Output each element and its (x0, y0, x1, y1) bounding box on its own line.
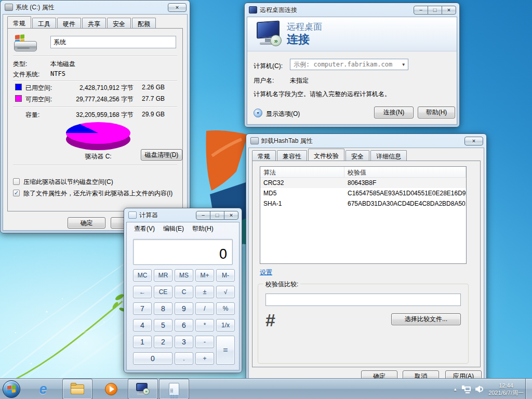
speaker-icon[interactable] (475, 385, 484, 393)
close-icon[interactable]: × (168, 3, 187, 12)
tab-general[interactable]: 常规 (252, 150, 276, 161)
close-icon[interactable]: × (464, 137, 483, 145)
maximize-icon[interactable]: □ (210, 211, 224, 220)
key-mc[interactable]: MC (133, 269, 152, 282)
hash-row[interactable]: SHA-1 675ABD31DA30ACD4DE4C8DA2BD8A501E3.… (260, 198, 466, 209)
tab-quota[interactable]: 配额 (132, 18, 156, 28)
taskbar-internet-explorer-button[interactable]: e (30, 379, 56, 399)
menu-view[interactable]: 查看(V) (131, 224, 158, 234)
key-0[interactable]: 0 (133, 352, 172, 365)
network-icon[interactable] (462, 385, 471, 393)
tab-security[interactable]: 安全 (107, 18, 131, 28)
compare-hash-input[interactable] (265, 294, 461, 306)
key-ms[interactable]: MS (175, 269, 193, 282)
tab-tools[interactable]: 工具 (32, 18, 56, 28)
hash-list-header[interactable]: 算法 校验值 (260, 167, 466, 178)
file-hashes-page: 算法 校验值 CRC32 80643B8F MD5 C16547585AE93A… (252, 161, 481, 367)
settings-link[interactable]: 设置 (260, 268, 272, 277)
key-plus[interactable]: + (195, 352, 214, 365)
menu-help[interactable]: 帮助(H) (189, 224, 217, 234)
column-hash-value[interactable]: 校验值 (344, 167, 466, 177)
key-3[interactable]: 3 (175, 336, 193, 348)
tab-security[interactable]: 安全 (345, 150, 369, 161)
key-mminus[interactable]: M- (216, 269, 235, 282)
filesystem-label: 文件系统: (13, 70, 39, 79)
index-checkbox[interactable]: ✓ (13, 190, 20, 196)
key-decimal[interactable]: . (175, 352, 193, 365)
hash-row[interactable]: CRC32 80643B8F (260, 178, 466, 188)
free-space-swatch (15, 95, 22, 102)
menu-edit[interactable]: 编辑(E) (160, 224, 187, 234)
key-2[interactable]: 2 (154, 336, 172, 348)
key-multiply[interactable]: * (195, 319, 214, 331)
close-icon[interactable]: × (224, 211, 238, 220)
type-label: 类型: (13, 60, 27, 69)
key-6[interactable]: 6 (175, 319, 193, 331)
key-negate[interactable]: ± (195, 286, 214, 298)
rdp-titlebar[interactable]: 远程桌面连接 – □ × (245, 3, 459, 16)
taskbar-windows-explorer-button[interactable] (62, 379, 92, 399)
key-9[interactable]: 9 (175, 302, 193, 315)
filesystem-value: NTFS (50, 70, 65, 77)
tab-general[interactable]: 常规 (7, 16, 31, 28)
taskbar-media-player-button[interactable] (98, 379, 125, 399)
minimize-icon[interactable]: – (196, 211, 210, 220)
type-value: 本地磁盘 (50, 60, 75, 69)
key-minus[interactable]: - (195, 336, 214, 348)
system-properties-titlebar[interactable]: 系统 (C:) 属性 × (1, 1, 190, 13)
key-c[interactable]: C (175, 286, 193, 298)
tab-compatibility[interactable]: 兼容性 (277, 150, 307, 161)
disk-cleanup-button[interactable]: 磁盘清理(D) (141, 149, 182, 161)
taskbar-clock[interactable]: 12:44 2021/6/7/周一 (488, 382, 524, 396)
key-sqrt[interactable]: √ (216, 286, 235, 298)
calculator-window: 计算器 – □ × 查看(V) 编辑(E) 帮助(H) 0 MC MR MS M… (124, 208, 242, 373)
key-equals[interactable]: = (216, 336, 235, 365)
volume-label-input[interactable]: 系统 (50, 36, 176, 48)
chevron-down-icon[interactable]: ▼ (402, 62, 405, 67)
start-button[interactable] (3, 380, 20, 398)
hash-listview[interactable]: 算法 校验值 CRC32 80643B8F MD5 C16547585AE93A… (260, 166, 467, 264)
key-backspace[interactable]: ← (133, 286, 152, 298)
key-mplus[interactable]: M+ (195, 269, 214, 282)
ok-button[interactable]: 确定 (68, 217, 105, 229)
hash-row[interactable]: MD5 C16547585AE93A51D04551E0E28E16D9 (260, 188, 466, 198)
key-divide[interactable]: / (195, 302, 214, 315)
key-percent[interactable]: % (216, 302, 235, 315)
tab-sharing[interactable]: 共享 (82, 18, 106, 28)
help-button[interactable]: 帮助(H) (418, 107, 455, 118)
compress-checkbox[interactable] (13, 178, 20, 185)
maximize-icon[interactable]: □ (428, 6, 442, 15)
drive-large-icon (14, 35, 38, 56)
rdp-client: » 远程桌面 连接 计算机(C): 示例: computer.fabrikam.… (247, 17, 457, 125)
key-mr[interactable]: MR (154, 269, 172, 282)
calculator-titlebar[interactable]: 计算器 – □ × (124, 208, 242, 221)
choose-compare-file-button[interactable]: 选择比较文件... (391, 313, 461, 325)
sysprop-general-page: 系统 类型: 本地磁盘 文件系统: NTFS 已用空间: 2,428,710,9… (7, 28, 183, 211)
key-1[interactable]: 1 (133, 336, 152, 348)
used-space-size: 2.26 GB (142, 84, 165, 91)
free-space-size: 27.7 GB (142, 95, 165, 102)
username-label: 用户名: (254, 76, 274, 85)
key-5[interactable]: 5 (154, 319, 172, 331)
hashtab-titlebar[interactable]: 卸载HashTab 属性 × (246, 134, 486, 147)
taskbar-calculator-button[interactable]: 0 (159, 379, 189, 399)
connect-button[interactable]: 连接(N) (374, 107, 414, 118)
minimize-icon[interactable]: – (414, 6, 428, 15)
key-8[interactable]: 8 (154, 302, 172, 315)
show-desktop-button[interactable] (525, 379, 532, 399)
show-options-label[interactable]: 显示选项(O) (266, 110, 300, 118)
key-4[interactable]: 4 (133, 319, 152, 331)
computer-combobox[interactable]: 示例: computer.fabrikam.com ▼ (290, 59, 408, 70)
key-reciprocal[interactable]: 1/x (216, 319, 235, 331)
column-algorithm[interactable]: 算法 (260, 167, 344, 177)
tab-hardware[interactable]: 硬件 (57, 18, 81, 28)
key-7[interactable]: 7 (133, 302, 152, 315)
tab-details[interactable]: 详细信息 (370, 150, 407, 161)
close-icon[interactable]: × (442, 6, 456, 15)
show-options-chevron-icon[interactable]: ▼ (254, 109, 262, 117)
show-hidden-icons-icon[interactable]: ▲ (453, 387, 457, 392)
tab-file-hashes[interactable]: 文件校验 (308, 149, 344, 161)
key-ce[interactable]: CE (154, 286, 172, 298)
computer-placeholder: 示例: computer.fabrikam.com (294, 60, 392, 69)
taskbar-remote-desktop-button[interactable]: » (128, 379, 158, 399)
